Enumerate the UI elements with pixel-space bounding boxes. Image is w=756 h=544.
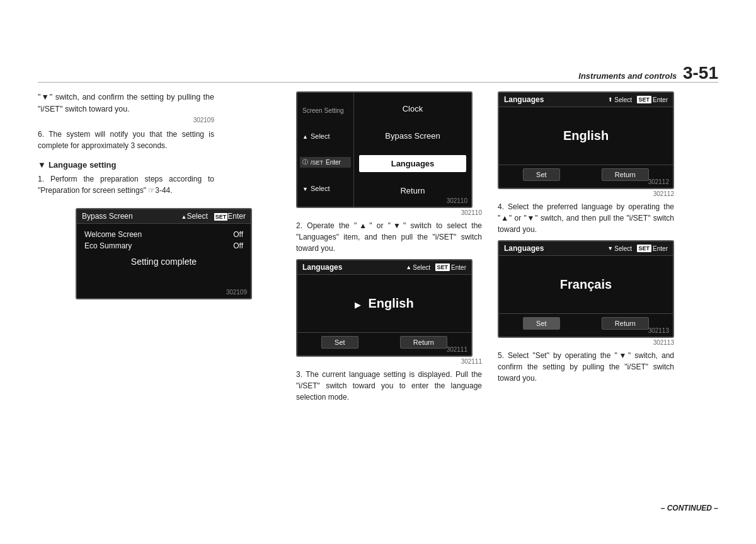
step3-text: 3. The current language setting is displ… <box>296 369 482 403</box>
lang-footer-1: Set Return <box>297 332 471 352</box>
bypass-header: Bypass Screen ▲Select SETEnter <box>77 209 251 224</box>
lang-value-3: Français <box>555 272 617 297</box>
bypass-body: Welcome Screen Off Eco Summary Off Setti… <box>77 224 251 272</box>
box1-code: 302109 <box>226 289 247 296</box>
return-btn-2[interactable]: Return <box>602 168 649 181</box>
clock-item: Clock <box>359 100 466 117</box>
continued-label: – CONTINUED – <box>661 504 718 512</box>
lang-label-3: Languages <box>504 244 544 253</box>
lang-controls-3: ▼Select SETEnter <box>607 245 668 252</box>
page-container: Instruments and controls 3-51 "▼" switch… <box>0 0 756 544</box>
lang1-code-label: 302111 <box>296 358 482 365</box>
select-up-item: Select <box>300 131 351 141</box>
lang-label-1: Languages <box>302 263 342 272</box>
play-arrow-icon <box>355 296 364 311</box>
middle-column: Screen Setting Select ⓘ /SET Enter Selec… <box>296 91 482 408</box>
lang-controls-2: ⬆Select SETEnter <box>608 96 668 103</box>
lang-header-1: Languages ▲Select SETEnter <box>297 260 471 275</box>
up-arrow-icon <box>302 132 308 140</box>
lang-screen3-code: 302113 <box>648 327 669 334</box>
set-btn-1[interactable]: Set <box>321 336 358 349</box>
info-icon: ⓘ <box>302 158 308 166</box>
step2-text: 2. Operate the "▲" or "▼" switch to sele… <box>296 220 482 254</box>
setting-complete: Setting complete <box>84 257 243 267</box>
lang-screen2-code: 302112 <box>648 178 669 185</box>
welcome-value: Off <box>233 230 243 239</box>
down-arrow-icon <box>302 185 308 192</box>
page-number: 3-51 <box>683 63 718 83</box>
lang-value-1: English <box>350 291 418 316</box>
section-title: Instruments and controls <box>578 71 677 81</box>
set-badge-3: SET <box>637 245 652 252</box>
lang-body-3: Français <box>499 256 673 313</box>
return-btn-3[interactable]: Return <box>602 317 649 330</box>
menu-left-controls: Screen Setting Select ⓘ /SET Enter Selec… <box>297 93 354 207</box>
box1-code-label: 302109 <box>38 117 214 124</box>
eco-row: Eco Summary Off <box>84 240 243 252</box>
bypass-screen-item: Bypass Screen <box>359 127 466 144</box>
lang3-code-label: 302113 <box>498 339 674 346</box>
eco-value: Off <box>233 241 243 250</box>
bypass-label: Bypass Screen <box>82 212 133 221</box>
lang-screen-2: Languages ⬆Select SETEnter English Set R… <box>498 91 674 189</box>
screen-menu-inner: Screen Setting Select ⓘ /SET Enter Selec… <box>297 93 471 207</box>
left-column: "▼" switch, and confirm the setting by p… <box>38 91 214 196</box>
step4-text: 4. Select the preferred language by oper… <box>498 201 674 235</box>
page-header: Instruments and controls 3-51 <box>578 63 718 83</box>
lang-value-2: English <box>558 124 614 148</box>
lang-footer-3: Set Return <box>499 313 673 333</box>
select-down-item: Select <box>300 183 351 194</box>
lang-screen-3: Languages ▼Select SETEnter Français Set … <box>498 240 674 338</box>
lang-body-1: English <box>297 275 471 332</box>
lang2-code-label: 302112 <box>498 190 674 197</box>
welcome-row: Welcome Screen Off <box>84 229 243 240</box>
set-btn-2[interactable]: Set <box>523 168 560 181</box>
lang-label-2: Languages <box>504 95 544 104</box>
header-divider <box>38 82 718 83</box>
enter-item: ⓘ /SET Enter <box>300 157 351 168</box>
lang-header-3: Languages ▼Select SETEnter <box>499 241 673 256</box>
lang-heading: ▼ Language setting <box>38 160 214 170</box>
languages-item: Languages <box>359 155 466 172</box>
lang-controls-1: ▲Select SETEnter <box>406 263 466 271</box>
menu-code-label: 302110 <box>296 209 482 216</box>
bypass-controls: ▲Select SETEnter <box>181 212 246 221</box>
lang-screen-1: Languages ▲Select SETEnter English Set R… <box>296 259 472 357</box>
lang-body-2: English <box>499 107 673 165</box>
intro-text: "▼" switch, and confirm the setting by p… <box>38 91 214 115</box>
menu-right-items: Clock Bypass Screen Languages Return <box>354 93 471 207</box>
welcome-label: Welcome Screen <box>84 230 142 239</box>
set-badge-2: SET <box>637 96 652 103</box>
lang-header-2: Languages ⬆Select SETEnter <box>499 93 673 107</box>
step6-text: 6. The system will notify you that the s… <box>38 129 214 151</box>
right-column: Languages ⬆Select SETEnter English Set R… <box>498 91 674 389</box>
screen-setting-label: Screen Setting <box>300 106 351 115</box>
screen-menu-display: Screen Setting Select ⓘ /SET Enter Selec… <box>296 91 472 208</box>
return-btn-1[interactable]: Return <box>400 336 447 349</box>
lang-screen1-code: 302111 <box>447 346 467 353</box>
step5-text: 5. Select "Set" by operating the "▼" swi… <box>498 350 674 384</box>
eco-label: Eco Summary <box>84 241 132 250</box>
lang-step1: 1. Perform the preparation steps accordi… <box>38 173 214 196</box>
set-btn-3[interactable]: Set <box>523 317 560 330</box>
lang-footer-2: Set Return <box>499 165 673 184</box>
bypass-screen-display: Bypass Screen ▲Select SETEnter Welcome S… <box>76 208 252 299</box>
screen-menu-code: 302110 <box>447 197 467 204</box>
return-item: Return <box>359 182 466 199</box>
set-badge-1: SET <box>435 263 450 271</box>
